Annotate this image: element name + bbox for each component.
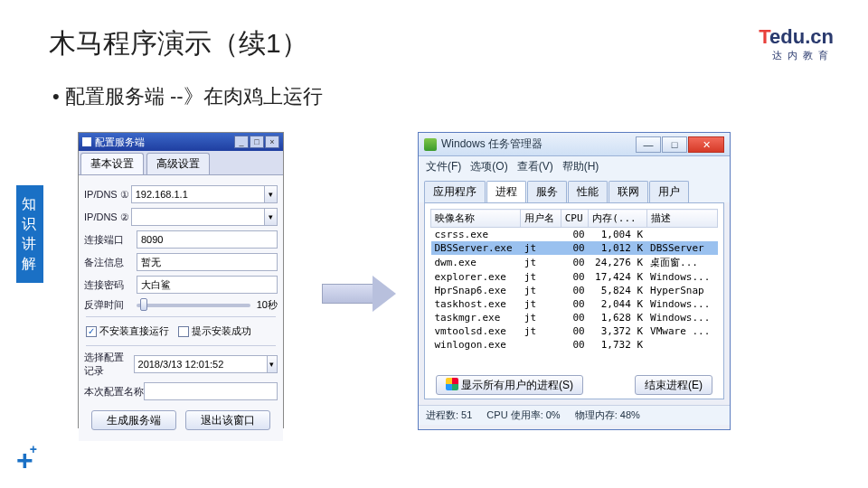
brand-logo: Tedu.cn 达内教育 bbox=[759, 25, 834, 62]
minimize-button[interactable]: — bbox=[636, 136, 661, 153]
tab-advanced-settings[interactable]: 高级设置 bbox=[146, 153, 210, 174]
bounce-slider[interactable] bbox=[137, 304, 250, 307]
ipdns2-label: IP/DNS ② bbox=[84, 211, 131, 223]
task-manager-window: Windows 任务管理器 — □ ✕ 文件(F) 选项(O) 查看(V) 帮助… bbox=[418, 132, 731, 430]
ipdns1-dropdown[interactable]: ▾ bbox=[265, 185, 278, 203]
tab-processes[interactable]: 进程 bbox=[486, 181, 526, 202]
table-row[interactable]: dwm.exejt0024,276 K桌面窗... bbox=[431, 255, 718, 270]
close-button[interactable]: × bbox=[265, 136, 279, 148]
table-row[interactable]: taskhost.exejt002,044 KWindows... bbox=[431, 297, 718, 311]
menu-options[interactable]: 选项(O) bbox=[470, 159, 507, 174]
config-record-dropdown[interactable]: ▾ bbox=[268, 355, 278, 373]
logo-edu: edu.cn bbox=[769, 25, 834, 48]
password-input[interactable] bbox=[137, 276, 278, 294]
task-manager-title: Windows 任务管理器 bbox=[441, 136, 542, 152]
logo-t: T bbox=[759, 25, 769, 48]
status-bar: 进程数: 51 CPU 使用率: 0% 物理内存: 48% bbox=[419, 405, 730, 425]
menu-help[interactable]: 帮助(H) bbox=[562, 159, 599, 174]
app-icon bbox=[82, 137, 91, 146]
config-record-select[interactable] bbox=[134, 355, 268, 373]
tab-applications[interactable]: 应用程序 bbox=[424, 181, 486, 202]
end-process-button[interactable]: 结束进程(E) bbox=[635, 375, 712, 395]
note-label: 备注信息 bbox=[84, 256, 137, 269]
password-label: 连接密码 bbox=[84, 278, 137, 292]
logo-subtitle: 达内教育 bbox=[759, 49, 834, 62]
table-row[interactable]: HprSnap6.exejt005,824 KHyperSnap bbox=[431, 284, 718, 297]
lecture-sidebar-tab: 知识讲解 bbox=[16, 185, 43, 283]
process-table[interactable]: 映像名称 用户名 CPU 内存(... 描述 csrss.exe001,004 … bbox=[430, 209, 718, 352]
config-titlebar[interactable]: 配置服务端 _ □ × bbox=[79, 133, 283, 151]
tab-performance[interactable]: 性能 bbox=[568, 181, 608, 202]
port-input[interactable] bbox=[137, 230, 278, 249]
exit-window-button[interactable]: 退出该窗口 bbox=[185, 410, 270, 430]
ipdns1-label: IP/DNS ① bbox=[84, 189, 131, 201]
generate-server-button[interactable]: 生成服务端 bbox=[91, 410, 176, 430]
table-row[interactable]: explorer.exejt0017,424 KWindows... bbox=[431, 270, 718, 284]
port-label: 连接端口 bbox=[84, 233, 137, 247]
maximize-button[interactable]: □ bbox=[662, 136, 687, 153]
notify-success-checkbox[interactable]: 提示安装成功 bbox=[178, 324, 251, 338]
tab-networking[interactable]: 联网 bbox=[609, 181, 648, 202]
maximize-button[interactable]: □ bbox=[250, 136, 264, 148]
flow-arrow-icon bbox=[322, 276, 400, 312]
tab-services[interactable]: 服务 bbox=[527, 181, 567, 202]
note-input[interactable] bbox=[137, 253, 278, 271]
col-user[interactable]: 用户名 bbox=[521, 210, 561, 228]
status-physical-memory: 物理内存: 48% bbox=[575, 408, 640, 422]
no-install-checkbox[interactable]: ✓不安装直接运行 bbox=[86, 324, 169, 338]
status-process-count: 进程数: 51 bbox=[426, 408, 472, 422]
tab-users[interactable]: 用户 bbox=[649, 181, 689, 202]
ipdns2-input[interactable] bbox=[131, 208, 265, 226]
ipdns1-input[interactable] bbox=[131, 185, 265, 203]
col-description[interactable]: 描述 bbox=[646, 210, 717, 228]
status-cpu-usage: CPU 使用率: 0% bbox=[486, 408, 560, 422]
minimize-button[interactable]: _ bbox=[234, 136, 249, 148]
config-server-window: 配置服务端 _ □ × 基本设置 高级设置 IP/DNS ① ▾ IP/DNS … bbox=[78, 132, 284, 428]
corner-decoration: ++ bbox=[16, 444, 41, 477]
ipdns2-dropdown[interactable]: ▾ bbox=[265, 208, 278, 226]
menu-file[interactable]: 文件(F) bbox=[426, 159, 461, 174]
col-memory[interactable]: 内存(... bbox=[589, 210, 646, 228]
tab-basic-settings[interactable]: 基本设置 bbox=[80, 153, 144, 174]
slider-thumb[interactable] bbox=[140, 298, 147, 311]
table-row[interactable]: DBSServer.exejt001,012 KDBSServer bbox=[431, 241, 718, 255]
bounce-value: 10秒 bbox=[250, 298, 278, 312]
col-image-name[interactable]: 映像名称 bbox=[431, 210, 521, 228]
task-manager-titlebar[interactable]: Windows 任务管理器 — □ ✕ bbox=[419, 133, 730, 156]
bounce-label: 反弹时间 bbox=[84, 298, 137, 312]
table-row[interactable]: csrss.exe001,004 K bbox=[431, 228, 718, 242]
menu-view[interactable]: 查看(V) bbox=[517, 159, 553, 174]
task-manager-icon bbox=[424, 138, 437, 151]
config-name-input[interactable] bbox=[144, 382, 278, 400]
config-name-label: 本次配置名称 bbox=[84, 385, 144, 399]
close-button[interactable]: ✕ bbox=[688, 136, 724, 153]
config-record-label: 选择配置记录 bbox=[84, 351, 134, 378]
table-row[interactable]: taskmgr.exejt001,628 KWindows... bbox=[431, 311, 718, 324]
col-cpu[interactable]: CPU bbox=[561, 210, 588, 228]
shield-icon bbox=[446, 378, 458, 390]
table-row[interactable]: vmtoolsd.exejt003,372 KVMware ... bbox=[431, 324, 718, 338]
menubar: 文件(F) 选项(O) 查看(V) 帮助(H) bbox=[419, 156, 730, 177]
show-all-users-button[interactable]: 显示所有用户的进程(S) bbox=[436, 375, 583, 395]
bullet-text: • 配置服务端 --》在肉鸡上运行 bbox=[52, 83, 323, 110]
slide-title: 木马程序演示（续1） bbox=[49, 25, 308, 62]
table-row[interactable]: winlogon.exe001,732 K bbox=[431, 338, 718, 352]
config-title: 配置服务端 bbox=[95, 136, 145, 149]
